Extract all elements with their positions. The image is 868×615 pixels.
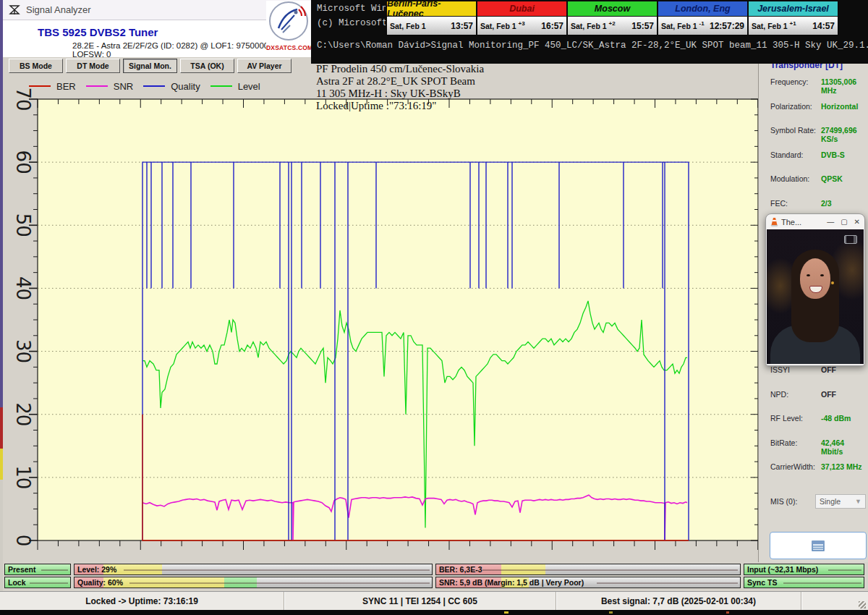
legend-item-snr: SNR	[86, 81, 133, 92]
signal-chart: 010203040506070	[3, 72, 758, 572]
maximize-icon[interactable]: ▢	[841, 218, 847, 226]
clock-time: 15:57	[631, 21, 654, 31]
field-value: 27499,696 KS/s	[821, 126, 868, 143]
field-value: QPSK	[821, 174, 843, 183]
minimize-icon[interactable]: —	[827, 218, 834, 226]
tuner-header: TBS 5925 DVBS2 Tuner 28.2E - Astra 2E/2F…	[3, 20, 311, 57]
lock-indicator: Lock	[4, 577, 71, 588]
clock-city: Berlin-Paris-Lučenec	[387, 1, 476, 17]
vlc-video-frame[interactable]	[767, 229, 864, 364]
clock-moscow: MoscowSat, Feb 1+215:57	[568, 1, 658, 35]
cmd-line-1: Microsoft Wind	[317, 4, 393, 14]
clock-utc-offset: -1	[699, 20, 705, 27]
signal-analyzer-titlebar[interactable]: Signal Analyzer	[3, 0, 311, 20]
statusbar-best-signal: Best signal: 7,7 dB (2025-02-01 00:34)	[556, 592, 801, 611]
mis-dropdown[interactable]: Single ▼	[815, 494, 866, 509]
clock-city: Moscow	[568, 1, 657, 17]
close-icon[interactable]: ✕	[854, 218, 860, 226]
dxsatcs-dish-icon	[268, 1, 309, 41]
field-label: Modulation:	[770, 174, 809, 183]
clock-city: Jerusalem-Israel	[749, 1, 838, 17]
clock-date: Sat, Feb 1	[480, 22, 516, 30]
mis-value: Single	[820, 497, 841, 506]
tab-bs-mode[interactable]: BS Mode	[9, 59, 63, 73]
present-label: Present	[8, 565, 36, 574]
sync-ts-badge: Sync TS	[744, 577, 864, 588]
ber-label: BER: 6,3E-3	[439, 565, 482, 574]
channel-badge	[844, 235, 857, 244]
window-title: Signal Analyzer	[26, 4, 91, 15]
snr-label: SNR: 5,9 dB (Margin: 1,5 dB | Very Poor)	[439, 578, 584, 587]
field-value: DVB-S	[821, 150, 845, 159]
clock-utc-offset: +1	[790, 20, 796, 27]
snr-progress-bar: SNR: 5,9 dB (Margin: 1,5 dB | Very Poor)	[435, 577, 741, 588]
field-label: Frequency:	[770, 77, 809, 86]
level-progress-bar: Level: 29%	[74, 564, 433, 575]
woman-earring	[831, 281, 834, 284]
tab-av-player[interactable]: AV Player	[237, 59, 292, 73]
tab-dt-mode[interactable]: DT Mode	[66, 59, 120, 73]
clock-date: Sat, Feb 1	[661, 22, 697, 30]
legend-item-quality: Quality	[143, 81, 200, 92]
taskbar-edge	[0, 610, 868, 615]
cmd-prompt-line: C:\Users\Roman Dávid>Signal Monitoring_P…	[317, 41, 868, 51]
clock-berlin-paris-lu-enec: Berlin-Paris-LučenecSat, Feb 113:57	[387, 1, 477, 35]
y-axis-label: 20	[12, 402, 34, 426]
field-label: CarrierWidth:	[770, 462, 815, 471]
clock-time: 14:57	[812, 21, 835, 31]
field-value: 37,123 MHz	[821, 462, 862, 471]
chart-annotation: PF Prodelin 450 cm/Lučenec-Slovakia Astr…	[316, 63, 484, 112]
tab-tsa-ok[interactable]: TSA (OK)	[180, 59, 234, 73]
mis-label: MIS (0):	[770, 497, 797, 506]
legend-swatch-snr	[86, 85, 108, 87]
vlc-title: The...	[781, 218, 801, 226]
tuner-title: TBS 5925 DVBS2 Tuner	[38, 26, 158, 38]
chevron-down-icon: ▼	[855, 498, 861, 505]
quality-progress-bar: Quality: 60%	[74, 577, 433, 588]
clock-date: Sat, Feb 1	[752, 22, 788, 30]
y-axis-label: 30	[12, 339, 34, 363]
clock-utc-offset: +2	[609, 20, 616, 27]
list-icon	[812, 540, 825, 551]
y-axis-label: 60	[12, 150, 34, 174]
annotation-line-3: 11 305 MHz-H : Sky UK-BSkyB	[316, 88, 484, 100]
vlc-player-window[interactable]: The... — ▢ ✕	[765, 213, 865, 366]
field-label: FEC:	[770, 199, 788, 208]
legend-swatch-quality	[143, 85, 165, 87]
y-axis-label: 10	[12, 465, 34, 489]
present-indicator: Present	[4, 564, 71, 575]
field-value: 42,464 Mbit/s	[821, 438, 868, 456]
status-bar-row-2: Lock Quality: 60% SNR: 5,9 dB (Margin: 1…	[0, 577, 868, 588]
field-value: -48 dBm	[821, 414, 851, 423]
vlc-titlebar[interactable]: The... — ▢ ✕	[766, 214, 864, 229]
y-axis-label: 40	[12, 276, 34, 300]
field-value: OFF	[821, 365, 836, 374]
field-label: Polarization:	[770, 102, 812, 111]
clock-dubai: DubaiSat, Feb 1+316:57	[477, 1, 568, 35]
legend-label: SNR	[114, 81, 133, 92]
statusbar-uptime: Locked -> Uptime: 73:16:19	[0, 592, 284, 611]
statusbar: Locked -> Uptime: 73:16:19 SYNC 11 | TEI…	[0, 591, 868, 611]
chart-legend: BERSNRQualityLevel	[29, 78, 260, 94]
clock-jerusalem-israel: Jerusalem-IsraelSat, Feb 1+114:57	[749, 1, 838, 35]
clock-utc-offset: +3	[519, 20, 525, 27]
dxsatcs-logo-text: DXSATCS.COM	[266, 44, 311, 51]
clock-time-row: Sat, Feb 1+316:57	[477, 17, 566, 35]
field-label: BitRate:	[770, 438, 797, 447]
statusbar-sync-tei-cc: SYNC 11 | TEI 1254 | CC 605	[284, 592, 556, 611]
transponder-list-button[interactable]	[770, 532, 867, 559]
signal-chart-area: 010203040506070	[3, 72, 758, 572]
resize-grip[interactable]	[859, 601, 866, 608]
status-bar-row-1: Present Level: 29% BER: 6,3E-3 Input (~3…	[0, 564, 868, 575]
cmd-line-2: (c) Microsoft	[317, 18, 388, 28]
legend-label: Quality	[171, 81, 200, 92]
clock-date: Sat, Feb 1	[571, 22, 607, 30]
field-value: 2/3	[821, 199, 832, 208]
satellite-antenna-icon	[9, 4, 20, 16]
clock-time-row: Sat, Feb 1-112:57:29	[658, 17, 747, 35]
tab-signal-mon[interactable]: Signal Mon.	[123, 59, 177, 73]
clock-date: Sat, Feb 1	[390, 22, 426, 30]
field-label: Standard:	[770, 150, 804, 159]
clock-time: 16:57	[541, 21, 563, 31]
y-axis-label: 0	[12, 535, 34, 547]
